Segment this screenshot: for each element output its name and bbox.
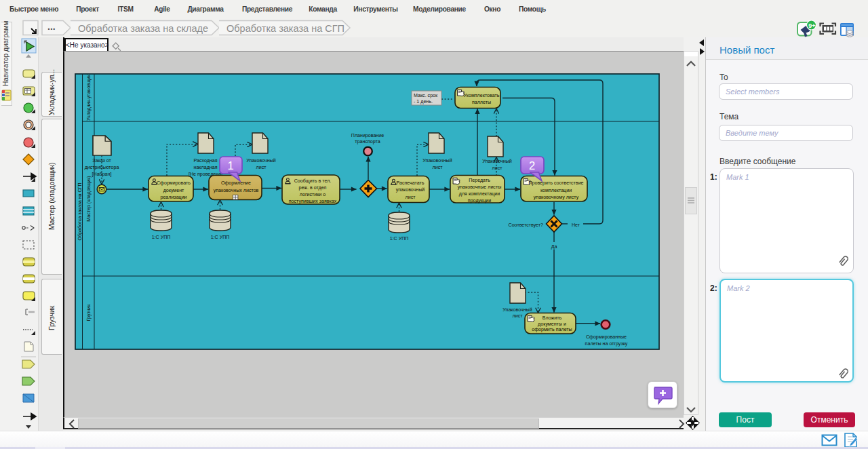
svg-text:упаковочный: упаковочный [396,187,425,193]
svg-text:1:С УПП: 1:С УПП [390,236,409,241]
svg-text:2: 2 [529,159,535,172]
svg-text:Планирование: Планирование [351,133,384,138]
svg-text:упаковочные листы: упаковочные листы [458,184,502,190]
svg-text:Сформированные: Сформированные [586,334,627,340]
svg-text:документ: документ [163,188,184,193]
svg-text:Обработка заказа на СГП: Обработка заказа на СГП [226,23,344,34]
svg-text:лист: лист [513,313,524,319]
svg-text:Макс. срок: Макс. срок [414,93,438,98]
svg-text:лист: лист [492,165,503,171]
svg-text:- 1 день.: - 1 день. [414,99,433,104]
svg-text:Оформление: Оформление [221,180,251,186]
svg-text:Мастер (кладовщик): Мастер (кладовщик) [86,176,92,221]
svg-text:Распечатать: Распечатать [397,180,425,186]
svg-text:Нет: Нет [572,222,580,228]
svg-text:Упаковочный: Упаковочный [482,159,511,164]
svg-text:лист: лист [433,165,443,170]
svg-text:Упаковочный: Упаковочный [246,158,275,163]
svg-text:[Набран]: [Набран] [92,172,112,177]
svg-text:Передать: Передать [469,178,490,183]
svg-text:дистрибьютора: дистрибьютора [85,165,119,170]
svg-text:документы и: документы и [538,321,566,327]
svg-text:Сообщить в тел.: Сообщить в тел. [294,178,332,184]
svg-text:Да: Да [551,244,557,250]
svg-text:реализации: реализации [160,195,186,200]
svg-text:Обработка заказа на складе: Обработка заказа на складе [78,23,208,34]
svg-text:1: 1 [227,159,233,172]
svg-text:Заказ от: Заказ от [92,158,111,163]
svg-text:Упаковочный: Упаковочный [502,307,532,313]
svg-text:Укомплектовать: Укомплектовать [464,93,500,98]
svg-text:упаковочному листу: упаковочному листу [534,195,579,200]
svg-text:упаковочных листов: упаковочных листов [214,188,259,193]
svg-text:лист: лист [406,195,416,200]
svg-text:Соответствует?: Соответствует? [509,222,544,228]
svg-text:лист: лист [256,165,267,170]
svg-text:комплектации: комплектации [540,188,572,193]
svg-text:логистики о: логистики о [300,192,326,197]
svg-text:накладная: накладная [194,165,218,170]
svg-text:1:С УПП: 1:С УПП [152,235,171,240]
svg-text:Сформировать: Сформировать [157,180,191,186]
svg-text:поступивших заявках: поступивших заявках [289,199,337,204]
svg-text:9+: 9+ [808,22,815,29]
svg-text:Грузчик: Грузчик [86,304,92,321]
svg-text:Вложить: Вложить [542,315,562,321]
svg-text:оформить палеты: оформить палеты [532,327,572,332]
svg-text:Укладчик-упаковщик: Укладчик-упаковщик [86,74,92,121]
svg-text:Проверить соответствие: Проверить соответствие [528,180,583,186]
svg-text:палеты на отгрузку: палеты на отгрузку [585,341,628,347]
svg-text:Расходная: Расходная [193,158,217,163]
svg-text:Обработка заказа на СГП: Обработка заказа на СГП [77,182,83,240]
svg-text:паллеты: паллеты [472,100,491,105]
svg-text:реж. в отдел: реж. в отдел [298,185,326,191]
svg-text:транспорта: транспорта [355,139,380,144]
svg-text:1:С УПП: 1:С УПП [211,235,230,240]
svg-text:для комплектации: для комплектации [459,191,500,197]
svg-text:Упаковочный: Упаковочный [422,158,452,163]
svg-text:продукции: продукции [468,198,491,203]
svg-text:...: ... [47,21,56,32]
